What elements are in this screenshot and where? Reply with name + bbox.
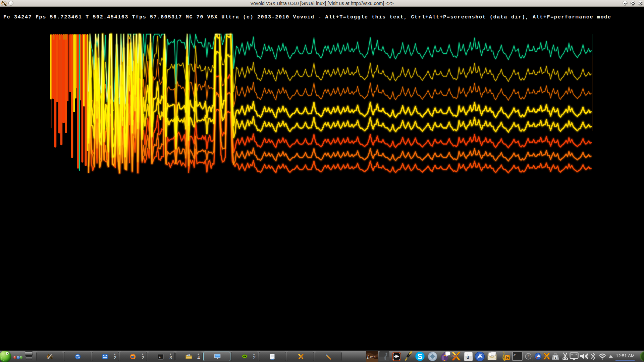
- svg-text:chat: chat: [544, 355, 549, 358]
- svg-text:h: h: [506, 355, 509, 360]
- svg-text:ve's: ve's: [370, 355, 375, 359]
- svg-text:S: S: [418, 352, 423, 361]
- svg-text:chat: chat: [451, 354, 458, 358]
- svg-text:S: S: [554, 356, 556, 359]
- svg-text:à: à: [467, 354, 469, 360]
- svg-text:i: i: [528, 354, 529, 359]
- svg-text:>_: >_: [159, 356, 162, 359]
- svg-text:>_: >_: [514, 353, 518, 357]
- svg-text:chat: chat: [299, 356, 303, 358]
- svg-text:t: t: [367, 352, 369, 361]
